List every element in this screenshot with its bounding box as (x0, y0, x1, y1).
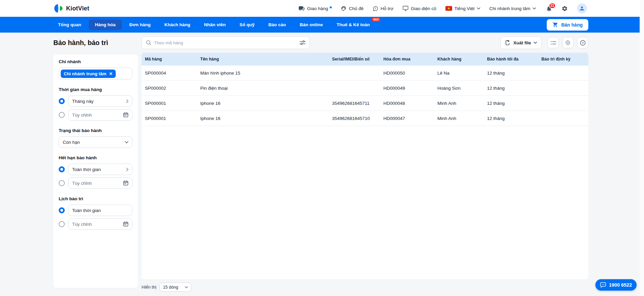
export-file-button[interactable]: Xuất file (500, 36, 542, 49)
filter-sliders-icon[interactable] (300, 40, 306, 45)
chevron-down-icon (477, 7, 480, 9)
table-settings-button[interactable] (562, 37, 574, 48)
palette-icon (341, 6, 346, 11)
search-input[interactable] (154, 40, 297, 45)
help-button[interactable]: ? (577, 37, 588, 48)
warranty-expiry-preset-field[interactable]: Toàn thời gian (68, 164, 132, 175)
tab-hang-hoa[interactable]: Hàng hóa (89, 19, 122, 30)
purchase-time-custom-value: Tùy chỉnh (72, 113, 123, 118)
cell-invoice: HD000050 (380, 71, 434, 76)
scrollbar-track[interactable] (640, 0, 644, 296)
filter-purchase-time: Thời gian mua hàng Tháng này Tùy chỉnh (59, 87, 132, 121)
svg-text:?: ? (582, 41, 584, 44)
cell-serial: 354962681645710 (329, 116, 380, 121)
purchase-time-preset-radio[interactable] (59, 98, 65, 104)
purchase-time-preset-value: Tháng này (72, 99, 126, 104)
cell-product-code: SP000004 (142, 71, 197, 76)
col-header-hoa-don[interactable]: Hóa đơn mua (380, 57, 434, 61)
maintenance-custom-field[interactable]: Tùy chỉnh (68, 218, 132, 230)
tab-bao-cao[interactable]: Báo cáo (262, 19, 292, 30)
filter-warranty-expiry: Hết hạn bảo hành Toàn thời gian Tùy chỉn… (59, 155, 132, 189)
truck-icon (299, 6, 305, 11)
cell-customer: Lê Na (434, 71, 484, 76)
filter-warranty-status: Trạng thái bảo hành Còn hạn (59, 128, 132, 148)
table-row[interactable]: SP000001 Iphone 16 354962681645711 HD000… (142, 96, 588, 111)
maintenance-preset-field[interactable]: Toàn thời gian (68, 205, 132, 216)
hotline-chat-button[interactable]: 1900 6522 (595, 279, 637, 291)
search-box[interactable] (142, 36, 310, 49)
settings-button[interactable] (561, 5, 568, 12)
menu-support[interactable]: ! Hỗ trợ (373, 6, 393, 11)
sell-button-label: Bán hàng (561, 22, 583, 28)
warranty-expiry-custom-field[interactable]: Tùy chỉnh (68, 177, 132, 189)
menu-delivery-label: Giao hàng (307, 6, 328, 11)
warranty-expiry-preset-radio[interactable] (59, 166, 65, 172)
user-avatar[interactable] (577, 3, 587, 13)
purchase-time-custom-radio[interactable] (59, 112, 65, 118)
chevron-right-icon (126, 168, 128, 171)
column-settings-button[interactable] (547, 37, 559, 48)
maintenance-preset-radio[interactable] (59, 207, 65, 213)
left-column: Bảo hành, bảo trì Chi nhánh Chi nhánh tr… (53, 33, 138, 296)
tab-tong-quan[interactable]: Tổng quan (52, 19, 87, 30)
table-row[interactable]: SP000001 Iphone 16 354962681645710 HD000… (142, 111, 588, 126)
warranty-table: Mã hàng Tên hàng Serial/IMEI/Biển số Hóa… (142, 53, 588, 280)
col-header-khach-hang[interactable]: Khách hàng (434, 57, 484, 61)
main-nav: Tổng quan Hàng hóa Đơn hàng Khách hàng N… (0, 17, 644, 33)
col-header-bao-hanh[interactable]: Bảo hành tối đa (484, 57, 538, 61)
cell-invoice: HD000048 (380, 101, 434, 106)
table-row[interactable]: SP000004 Màn hình iphone 15 HD000050 Lê … (142, 66, 588, 81)
col-header-ten-hang[interactable]: Tên hàng (197, 57, 329, 61)
branch-chip[interactable]: Chi nhánh trung tâm ✕ (61, 70, 116, 78)
tab-thue-ke-toan-label: Thuế & Kế toán (336, 22, 370, 27)
warranty-status-select[interactable]: Còn hạn (59, 136, 132, 148)
tab-so-quy[interactable]: Sổ quỹ (233, 19, 261, 30)
right-column: Xuất file ? (142, 33, 588, 296)
toolbar: Xuất file ? (142, 36, 588, 49)
notifications-button[interactable]: 21 (546, 5, 552, 12)
cell-product-code: SP000001 (142, 116, 197, 121)
col-header-bao-tri[interactable]: Bảo trì định kỳ (538, 57, 588, 61)
warranty-expiry-custom-radio[interactable] (59, 180, 65, 186)
menu-language[interactable]: Tiếng Việt (445, 6, 480, 11)
tab-khach-hang[interactable]: Khách hàng (158, 19, 196, 30)
cell-invoice: HD000049 (380, 86, 434, 91)
page-size-select[interactable]: 15 dòng (159, 283, 192, 292)
menu-theme[interactable]: Chủ đề (341, 6, 364, 11)
tab-don-hang[interactable]: Đơn hàng (123, 19, 157, 30)
kiotviet-logo[interactable]: KiotViet (53, 3, 89, 13)
col-header-ma-hang[interactable]: Mã hàng (142, 57, 197, 61)
tab-thue-ke-toan[interactable]: Thuế & Kế toán Mới (330, 19, 376, 30)
page-title: Bảo hành, bảo trì (53, 36, 138, 49)
col-header-serial[interactable]: Serial/IMEI/Biển số (329, 57, 380, 61)
vietnam-flag-icon (445, 6, 452, 11)
support-icon: ! (373, 6, 378, 11)
filter-warranty-status-label: Trạng thái bảo hành (59, 128, 132, 133)
menu-old-ui[interactable]: Giao diện cũ (402, 6, 436, 11)
sell-button[interactable]: Bán hàng (547, 19, 588, 31)
menu-old-ui-label: Giao diện cũ (411, 6, 436, 11)
filter-warranty-expiry-label: Hết hạn bảo hành (59, 155, 132, 160)
top-menu: Giao hàng Chủ đề ! Hỗ trợ Giao diện cũ (299, 3, 587, 13)
branch-chip-label: Chi nhánh trung tâm (64, 71, 106, 76)
cell-product-code: SP000002 (142, 86, 197, 91)
tab-ban-online[interactable]: Bán online (293, 19, 329, 30)
purchase-time-preset-field[interactable]: Tháng này (68, 95, 132, 107)
menu-delivery[interactable]: Giao hàng (299, 6, 332, 11)
gear-icon (565, 40, 571, 45)
search-icon (146, 40, 151, 45)
cell-product-name: Pin điện thoại (197, 86, 329, 91)
tab-nhan-vien[interactable]: Nhân viên (198, 19, 232, 30)
menu-branch-selector[interactable]: Chi nhánh trung tâm (489, 6, 536, 11)
branch-filter-input[interactable]: Chi nhánh trung tâm ✕ (59, 68, 132, 80)
close-icon[interactable]: ✕ (109, 72, 113, 76)
purchase-time-custom-field[interactable]: Tùy chỉnh (68, 109, 132, 121)
warranty-expiry-custom-row: Tùy chỉnh (59, 177, 132, 189)
gear-icon (561, 5, 568, 12)
page-size-label: Hiển thị (142, 285, 156, 290)
warranty-expiry-preset-row: Toàn thời gian (59, 164, 132, 175)
maintenance-custom-radio[interactable] (59, 221, 65, 227)
table-row[interactable]: SP000002 Pin điện thoại HD000049 Hoàng S… (142, 81, 588, 96)
content-area: Bảo hành, bảo trì Chi nhánh Chi nhánh tr… (53, 33, 588, 296)
delivery-notification-dot (330, 6, 332, 8)
